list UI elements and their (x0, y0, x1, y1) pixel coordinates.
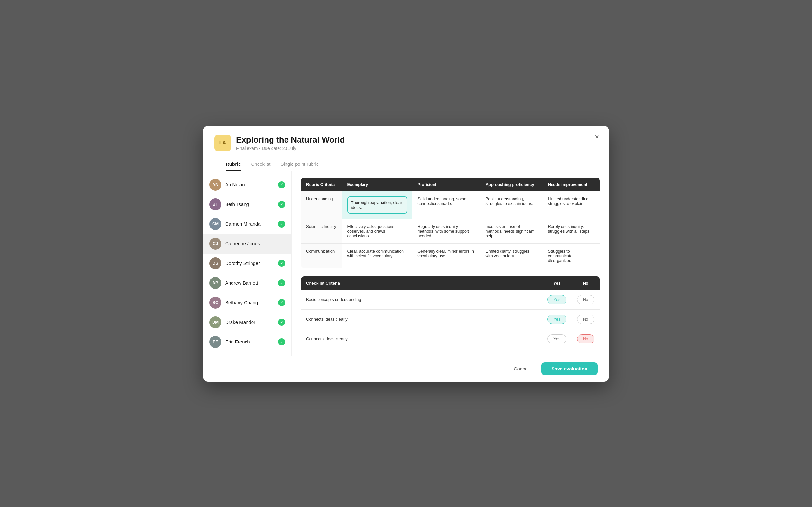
student-item-beth-tsang[interactable]: BT Beth Tsang ✓ (203, 194, 292, 214)
student-name: Drake Mandor (225, 320, 274, 325)
modal: FA Exploring the Natural World Final exa… (203, 126, 609, 382)
col-exemplary: Exemplary (342, 177, 413, 191)
avatar: CJ (209, 238, 221, 250)
student-item-ari-nolan[interactable]: AN Ari Nolan ✓ (203, 175, 292, 194)
rubric-row-scientific-inquiry: Scientific Inquiry Effectively asks ques… (301, 219, 600, 243)
cancel-button[interactable]: Cancel (505, 362, 538, 375)
checklist-row-basic-concepts: Basic concepts understanding Yes No (301, 290, 600, 309)
check-icon: ✓ (278, 181, 285, 188)
col-yes: Yes (542, 276, 571, 290)
yes-button[interactable]: Yes (548, 295, 566, 304)
check-icon: ✓ (278, 201, 285, 208)
tab-single-point-rubric[interactable]: Single point rubric (281, 158, 318, 171)
yes-cell: Yes (542, 329, 571, 349)
yes-button[interactable]: Yes (548, 334, 566, 343)
no-cell: No (571, 290, 600, 309)
assignment-subtitle: Final exam • Due date: 20 July (236, 146, 598, 151)
assignment-badge: FA (214, 135, 231, 151)
yes-button[interactable]: Yes (548, 315, 566, 324)
modal-overlay: FA Exploring the Natural World Final exa… (0, 0, 812, 507)
proficient-cell-communication[interactable]: Generally clear, minor errors in vocabul… (412, 243, 480, 268)
student-name: Bethany Chang (225, 300, 274, 305)
criteria-label: Understanding (301, 191, 342, 219)
assignment-title: Exploring the Natural World (236, 135, 598, 145)
approaching-cell-scientific-inquiry[interactable]: Inconsistent use of methods, needs signi… (480, 219, 543, 243)
criteria-label: Communication (301, 243, 342, 268)
student-name: Erin French (225, 339, 274, 344)
no-button[interactable]: No (577, 315, 595, 324)
check-icon: ✓ (278, 338, 285, 345)
student-item-bethany-chang[interactable]: BC Bethany Chang ✓ (203, 293, 292, 313)
student-name: Beth Tsang (225, 202, 274, 207)
exemplary-cell-communication[interactable]: Clear, accurate communication with scien… (342, 243, 413, 268)
no-button[interactable]: No (577, 334, 595, 343)
student-item-drake-mandor[interactable]: DM Drake Mandor ✓ (203, 313, 292, 332)
col-checklist-criteria: Checklist Criteria (301, 276, 543, 290)
rubric-row-understanding: Understanding Thorough explanation, clea… (301, 191, 600, 219)
rubric-row-communication: Communication Clear, accurate communicat… (301, 243, 600, 268)
no-cell: No (571, 329, 600, 349)
checklist-criteria-label: Connects ideas clearly (301, 329, 543, 349)
avatar: CM (209, 218, 221, 230)
avatar: AB (209, 277, 221, 289)
avatar: AN (209, 179, 221, 191)
no-cell: No (571, 309, 600, 329)
check-icon: ✓ (278, 260, 285, 267)
tab-checklist[interactable]: Checklist (251, 158, 270, 171)
student-item-catherine-jones[interactable]: CJ Catherine Jones (203, 234, 292, 253)
student-name: Catherine Jones (225, 241, 285, 246)
no-button[interactable]: No (577, 295, 595, 304)
approaching-cell-understanding[interactable]: Basic understanding, struggles to explai… (480, 191, 543, 219)
modal-header: FA Exploring the Natural World Final exa… (203, 126, 609, 171)
check-icon: ✓ (278, 319, 285, 326)
modal-body: AN Ari Nolan ✓ BT Beth Tsang ✓ CM Carmen… (203, 171, 609, 355)
col-approaching: Approaching proficiency (480, 177, 543, 191)
col-no: No (571, 276, 600, 290)
modal-footer: Cancel Save evaluation (203, 355, 609, 382)
student-item-andrew-barnett[interactable]: AB Andrew Barnett ✓ (203, 273, 292, 293)
student-item-carmen-miranda[interactable]: CM Carmen Miranda ✓ (203, 214, 292, 234)
avatar: EF (209, 336, 221, 348)
proficient-cell-scientific-inquiry[interactable]: Regularly uses inquiry methods, with som… (412, 219, 480, 243)
approaching-cell-communication[interactable]: Limited clarity, struggles with vocabula… (480, 243, 543, 268)
avatar: BT (209, 199, 221, 210)
student-item-dorothy-stringer[interactable]: DS Dorothy Stringer ✓ (203, 253, 292, 273)
close-button[interactable]: × (594, 132, 600, 142)
yes-cell: Yes (542, 309, 571, 329)
col-rubric-criteria: Rubric Criteria (301, 177, 342, 191)
yes-cell: Yes (542, 290, 571, 309)
col-proficient: Proficient (412, 177, 480, 191)
main-content: Rubric Criteria Exemplary Proficient App… (292, 171, 609, 355)
exemplary-text: Thorough explanation, clear ideas. (351, 200, 402, 210)
checklist-criteria-label: Basic concepts understanding (301, 290, 543, 309)
rubric-table: Rubric Criteria Exemplary Proficient App… (301, 177, 600, 268)
header-info: Exploring the Natural World Final exam •… (236, 135, 598, 151)
proficient-cell-understanding[interactable]: Solid understanding, some connections ma… (412, 191, 480, 219)
checklist-criteria-label: Connects ideas clearly (301, 309, 543, 329)
needs-improvement-cell-scientific-inquiry[interactable]: Rarely uses inquiry, struggles with all … (543, 219, 600, 243)
student-name: Dorothy Stringer (225, 261, 274, 266)
col-needs-improvement: Needs improvement (543, 177, 600, 191)
avatar: DS (209, 257, 221, 269)
student-list: AN Ari Nolan ✓ BT Beth Tsang ✓ CM Carmen… (203, 171, 292, 355)
avatar: DM (209, 316, 221, 328)
avatar: BC (209, 297, 221, 308)
needs-improvement-cell-understanding[interactable]: Limited understanding, struggles to expl… (543, 191, 600, 219)
checklist-row-connects-ideas-2: Connects ideas clearly Yes No (301, 329, 600, 349)
needs-improvement-cell-communication[interactable]: Struggles to communicate, disorganized. (543, 243, 600, 268)
tab-bar: Rubric Checklist Single point rubric (214, 158, 598, 171)
exemplary-cell-understanding[interactable]: Thorough explanation, clear ideas. (342, 191, 413, 219)
student-item-erin-french[interactable]: EF Erin French ✓ (203, 332, 292, 352)
student-name: Carmen Miranda (225, 221, 274, 227)
checklist-table: Checklist Criteria Yes No Basic concepts… (301, 276, 600, 349)
exemplary-cell-scientific-inquiry[interactable]: Effectively asks questions, observes, an… (342, 219, 413, 243)
check-icon: ✓ (278, 279, 285, 286)
check-icon: ✓ (278, 221, 285, 228)
student-name: Ari Nolan (225, 182, 274, 187)
checklist-row-connects-ideas-1: Connects ideas clearly Yes No (301, 309, 600, 329)
tab-rubric[interactable]: Rubric (226, 158, 241, 171)
criteria-label: Scientific Inquiry (301, 219, 342, 243)
save-evaluation-button[interactable]: Save evaluation (542, 362, 598, 375)
student-name: Andrew Barnett (225, 280, 274, 285)
check-icon: ✓ (278, 299, 285, 306)
